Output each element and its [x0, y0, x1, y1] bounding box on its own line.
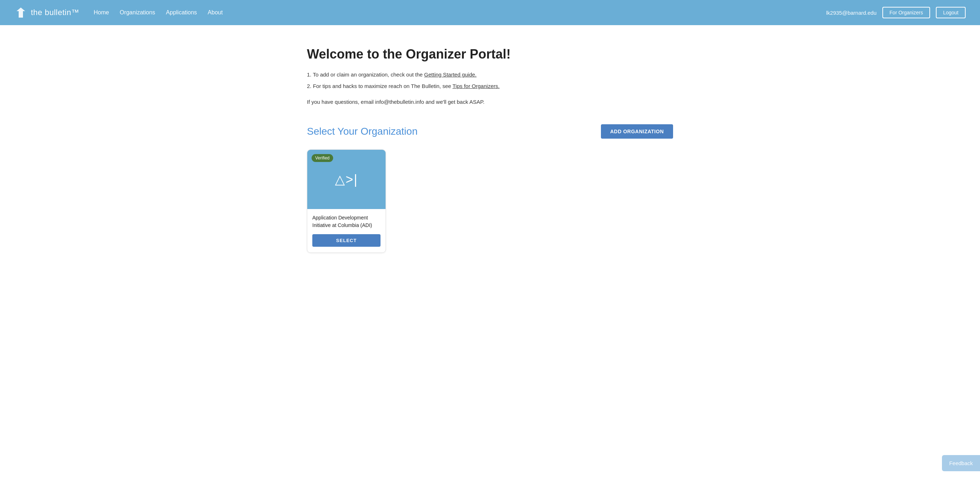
bulletin-logo-icon — [14, 6, 27, 19]
org-logo-symbol: △>| — [335, 172, 358, 187]
logout-button[interactable]: Logout — [936, 7, 966, 18]
nav-link-home[interactable]: Home — [94, 10, 109, 16]
navbar: the bulletin™ Home Organizations Applica… — [0, 0, 980, 25]
navbar-right: lk2935@barnard.edu For Organizers Logout — [826, 7, 966, 18]
welcome-section: Welcome to the Organizer Portal! 1. To a… — [307, 47, 673, 106]
nav-link-applications[interactable]: Applications — [166, 10, 197, 16]
org-card-body: Application Development Initiative at Co… — [307, 209, 385, 252]
for-organizers-button[interactable]: For Organizers — [882, 7, 930, 18]
select-org-section: Select Your Organization ADD ORGANIZATIO… — [307, 124, 673, 253]
org-card-adi: Verified △>| Application Development Ini… — [307, 149, 386, 253]
navbar-brand: the bulletin™ — [14, 6, 80, 19]
navbar-links: Home Organizations Applications About — [94, 10, 826, 16]
add-organization-button[interactable]: ADD ORGANIZATION — [601, 124, 673, 139]
nav-link-organizations[interactable]: Organizations — [120, 10, 156, 16]
verified-badge: Verified — [312, 154, 333, 162]
main-content: Welcome to the Organizer Portal! 1. To a… — [293, 25, 687, 267]
tips-for-organizers-link[interactable]: Tips for Organizers. — [452, 83, 500, 89]
welcome-step-1: 1. To add or claim an organization, chec… — [307, 70, 673, 79]
org-card-name: Application Development Initiative at Co… — [312, 214, 380, 229]
org-cards-container: Verified △>| Application Development Ini… — [307, 149, 673, 253]
welcome-steps: 1. To add or claim an organization, chec… — [307, 70, 673, 91]
select-org-button[interactable]: SELECT — [312, 234, 380, 247]
svg-marker-0 — [16, 8, 25, 18]
org-card-image: Verified △>| — [307, 150, 385, 209]
select-org-header: Select Your Organization ADD ORGANIZATIO… — [307, 124, 673, 139]
welcome-step-2: 2. For tips and hacks to maximize reach … — [307, 82, 673, 91]
select-org-title: Select Your Organization — [307, 126, 417, 137]
welcome-title: Welcome to the Organizer Portal! — [307, 47, 673, 62]
getting-started-link[interactable]: Getting Started guide. — [424, 72, 477, 78]
user-email: lk2935@barnard.edu — [826, 10, 876, 16]
welcome-contact: If you have questions, email info@thebul… — [307, 98, 673, 106]
nav-link-about[interactable]: About — [208, 10, 223, 16]
navbar-title: the bulletin™ — [31, 8, 80, 17]
